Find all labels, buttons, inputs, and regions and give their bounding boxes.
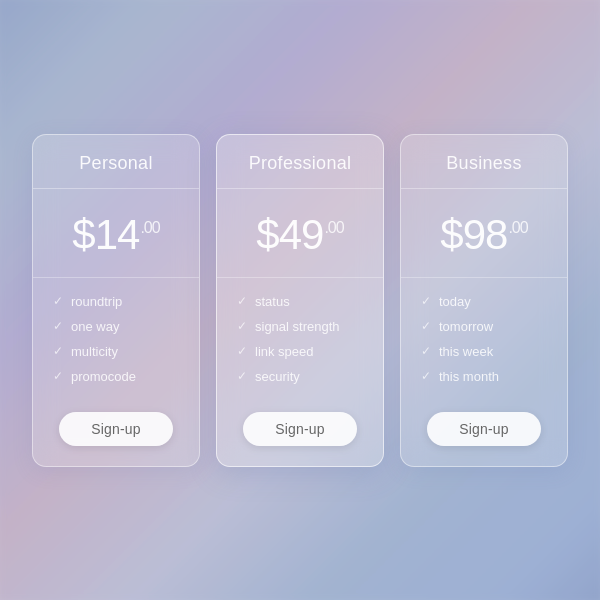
feature-label: today xyxy=(439,294,471,309)
plan-features-business: ✓today✓tomorrow✓this week✓this month xyxy=(401,278,567,400)
plan-header-professional: Professional xyxy=(217,135,383,189)
plan-price-cents-business: .00 xyxy=(508,219,527,237)
list-item: ✓this month xyxy=(421,369,547,384)
plan-features-professional: ✓status✓signal strength✓link speed✓secur… xyxy=(217,278,383,400)
signup-button-personal[interactable]: Sign-up xyxy=(59,412,173,446)
plan-title-personal: Personal xyxy=(33,153,199,174)
plan-header-personal: Personal xyxy=(33,135,199,189)
plan-price-section-professional: $49.00 xyxy=(217,189,383,278)
list-item: ✓link speed xyxy=(237,344,363,359)
list-item: ✓multicity xyxy=(53,344,179,359)
plan-features-personal: ✓roundtrip✓one way✓multicity✓promocode xyxy=(33,278,199,400)
plan-price-section-personal: $14.00 xyxy=(33,189,199,278)
plan-header-business: Business xyxy=(401,135,567,189)
check-icon: ✓ xyxy=(53,319,63,333)
signup-section-business: Sign-up xyxy=(401,400,567,466)
list-item: ✓today xyxy=(421,294,547,309)
plan-card-personal: Personal$14.00✓roundtrip✓one way✓multici… xyxy=(32,134,200,467)
check-icon: ✓ xyxy=(53,294,63,308)
signup-button-professional[interactable]: Sign-up xyxy=(243,412,357,446)
list-item: ✓status xyxy=(237,294,363,309)
check-icon: ✓ xyxy=(421,319,431,333)
feature-label: security xyxy=(255,369,300,384)
plan-price-personal: $14.00 xyxy=(72,211,159,259)
feature-label: tomorrow xyxy=(439,319,493,334)
plan-price-business: $98.00 xyxy=(440,211,527,259)
signup-section-professional: Sign-up xyxy=(217,400,383,466)
feature-label: promocode xyxy=(71,369,136,384)
plan-card-professional: Professional$49.00✓status✓signal strengt… xyxy=(216,134,384,467)
feature-label: this month xyxy=(439,369,499,384)
feature-label: this week xyxy=(439,344,493,359)
check-icon: ✓ xyxy=(237,369,247,383)
feature-label: link speed xyxy=(255,344,314,359)
feature-label: roundtrip xyxy=(71,294,122,309)
feature-label: status xyxy=(255,294,290,309)
plan-price-cents-personal: .00 xyxy=(140,219,159,237)
check-icon: ✓ xyxy=(421,344,431,358)
feature-label: signal strength xyxy=(255,319,340,334)
plan-price-cents-professional: .00 xyxy=(324,219,343,237)
plan-price-section-business: $98.00 xyxy=(401,189,567,278)
feature-label: multicity xyxy=(71,344,118,359)
check-icon: ✓ xyxy=(237,319,247,333)
plan-price-professional: $49.00 xyxy=(256,211,343,259)
list-item: ✓tomorrow xyxy=(421,319,547,334)
list-item: ✓security xyxy=(237,369,363,384)
list-item: ✓promocode xyxy=(53,369,179,384)
check-icon: ✓ xyxy=(237,294,247,308)
list-item: ✓roundtrip xyxy=(53,294,179,309)
list-item: ✓one way xyxy=(53,319,179,334)
check-icon: ✓ xyxy=(237,344,247,358)
signup-button-business[interactable]: Sign-up xyxy=(427,412,541,446)
plan-card-business: Business$98.00✓today✓tomorrow✓this week✓… xyxy=(400,134,568,467)
plan-title-professional: Professional xyxy=(217,153,383,174)
check-icon: ✓ xyxy=(421,294,431,308)
plan-title-business: Business xyxy=(401,153,567,174)
list-item: ✓this week xyxy=(421,344,547,359)
check-icon: ✓ xyxy=(421,369,431,383)
check-icon: ✓ xyxy=(53,369,63,383)
pricing-container: Personal$14.00✓roundtrip✓one way✓multici… xyxy=(12,104,588,497)
check-icon: ✓ xyxy=(53,344,63,358)
feature-label: one way xyxy=(71,319,119,334)
signup-section-personal: Sign-up xyxy=(33,400,199,466)
list-item: ✓signal strength xyxy=(237,319,363,334)
